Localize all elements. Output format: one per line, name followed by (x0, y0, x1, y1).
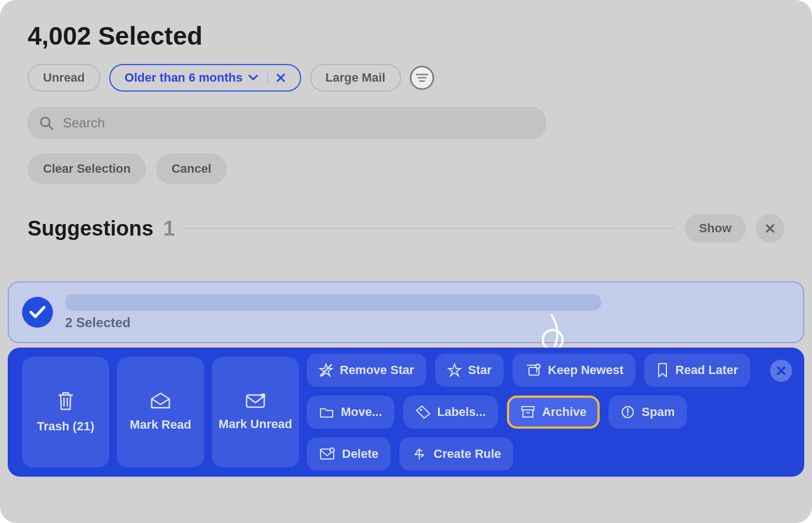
filter-older-than-6-months[interactable]: Older than 6 months (109, 64, 301, 92)
svg-line-4 (49, 125, 52, 129)
bookmark-icon (656, 362, 669, 378)
move-button[interactable]: Move... (307, 396, 394, 429)
star-icon (447, 363, 462, 377)
chevron-down-icon (248, 74, 258, 81)
selected-group-card[interactable]: 2 Selected (8, 281, 804, 343)
move-label: Move... (341, 405, 382, 419)
alert-circle-icon (621, 405, 635, 419)
filter-icon (415, 73, 429, 83)
delete-label: Delete (342, 447, 378, 461)
filter-divider (267, 71, 268, 85)
page-title: 4,002 Selected (28, 21, 784, 51)
create-rule-button[interactable]: Create Rule (399, 437, 513, 471)
filter-large-mail[interactable]: Large Mail (310, 64, 401, 92)
filter-older-label: Older than 6 months (125, 71, 243, 85)
star-slash-icon (319, 363, 333, 377)
remove-star-button[interactable]: Remove Star (307, 354, 426, 387)
suggestions-close-button[interactable] (756, 214, 784, 243)
mark-unread-label: Mark Unread (218, 417, 292, 431)
skeleton-line (65, 294, 601, 311)
mark-read-button[interactable]: Mark Read (117, 357, 204, 467)
check-circle-icon[interactable] (22, 297, 53, 328)
archive-label: Archive (542, 405, 587, 419)
create-rule-label: Create Rule (434, 447, 501, 461)
close-icon (765, 223, 776, 234)
filter-unread[interactable]: Unread (28, 64, 100, 92)
archive-icon (520, 405, 536, 419)
search-input[interactable] (62, 115, 535, 131)
filter-options-button[interactable] (410, 66, 434, 90)
svg-point-15 (627, 414, 629, 415)
action-bar-close-button[interactable] (770, 360, 792, 382)
suggestions-title: Suggestions (28, 217, 153, 241)
read-later-label: Read Later (675, 363, 738, 377)
check-icon (29, 305, 46, 319)
stack-plus-icon (525, 363, 541, 377)
envelope-dot-icon (244, 393, 266, 409)
clear-selection-button[interactable]: Clear Selection (28, 153, 146, 184)
close-icon (776, 366, 786, 376)
delete-button[interactable]: Delete (307, 437, 391, 471)
spam-button[interactable]: Spam (608, 396, 687, 429)
action-bar: Trash (21) Mark Read Mark Unread (8, 348, 804, 477)
svg-rect-12 (522, 407, 534, 410)
mark-read-label: Mark Read (130, 418, 191, 432)
search-icon (39, 115, 54, 131)
archive-button[interactable]: Archive (507, 396, 600, 429)
arrows-icon (412, 447, 427, 461)
svg-point-11 (420, 409, 422, 411)
folder-icon (319, 405, 334, 419)
selected-card-text: 2 Selected (65, 315, 790, 330)
divider (185, 228, 675, 229)
keep-newest-button[interactable]: Keep Newest (512, 354, 635, 387)
search-bar[interactable] (28, 107, 546, 139)
labels-button[interactable]: Labels... (403, 396, 498, 429)
envelope-x-icon (319, 447, 335, 461)
svg-point-7 (261, 393, 265, 398)
suggestions-show-button[interactable]: Show (685, 214, 746, 243)
star-label: Star (468, 363, 492, 377)
suggestions-count: 1 (163, 217, 175, 241)
keep-newest-label: Keep Newest (548, 363, 623, 377)
envelope-open-icon (149, 392, 172, 410)
labels-label: Labels... (437, 405, 486, 419)
spam-label: Spam (642, 405, 675, 419)
star-button[interactable]: Star (435, 354, 504, 387)
filter-row: Unread Older than 6 months Large Mail (28, 64, 784, 92)
cancel-button[interactable]: Cancel (156, 153, 227, 184)
trash-button-label: Trash (21) (37, 419, 94, 434)
read-later-button[interactable]: Read Later (644, 354, 750, 387)
suggestions-row: Suggestions 1 Show (28, 214, 784, 243)
remove-star-label: Remove Star (340, 363, 414, 377)
trash-icon (56, 391, 75, 412)
tag-icon (415, 405, 431, 419)
mark-unread-button[interactable]: Mark Unread (212, 357, 299, 467)
trash-button[interactable]: Trash (21) (22, 357, 109, 467)
close-icon[interactable] (276, 73, 286, 83)
